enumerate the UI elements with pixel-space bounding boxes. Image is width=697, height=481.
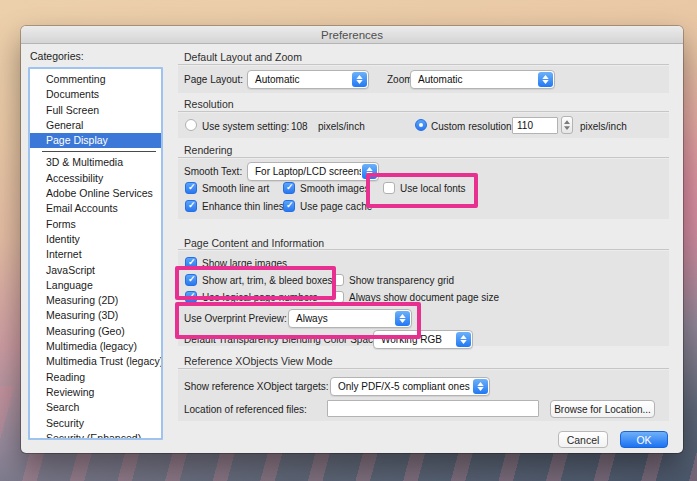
custom-resolution-input[interactable] (512, 117, 558, 134)
overprint-preview-value: Always (289, 313, 394, 324)
overprint-preview-label: Use Overprint Preview: (184, 313, 287, 324)
xobject-targets-label: Show reference XObject targets: (184, 381, 329, 392)
sidebar-item-reviewing[interactable]: Reviewing (30, 385, 161, 400)
system-resolution-value: 108 (291, 121, 308, 132)
sidebar-item-page-display[interactable]: Page Display (30, 133, 161, 148)
sidebar-item-identity[interactable]: Identity (30, 232, 161, 247)
overprint-preview-dropdown[interactable]: Always (288, 309, 412, 328)
sidebar-item-full-screen[interactable]: Full Screen (30, 103, 161, 118)
chevron-up-down-icon (362, 164, 377, 179)
use-page-cache-label: Use page cache (300, 201, 372, 212)
show-art-trim-checkbox[interactable] (185, 274, 197, 286)
always-show-page-size-checkbox-row[interactable]: Always show document page size (332, 290, 499, 304)
enhance-thin-lines-checkbox-row[interactable]: Enhance thin lines (185, 199, 284, 213)
sidebar-item-security-enhanced[interactable]: Security (Enhanced) (30, 431, 161, 440)
categories-label: Categories: (30, 50, 84, 62)
show-transparency-grid-checkbox[interactable] (332, 274, 344, 286)
show-large-images-label: Show large images (202, 258, 287, 269)
blending-color-space-label: Default Transparency Blending Color Spac… (184, 334, 381, 345)
smooth-text-label: Smooth Text: (184, 166, 242, 177)
section-divider (178, 111, 669, 112)
chevron-up-down-icon (395, 311, 410, 326)
sidebar-item-javascript[interactable]: JavaScript (30, 263, 161, 278)
use-system-setting-radio[interactable] (185, 119, 197, 131)
use-page-cache-checkbox-row[interactable]: Use page cache (283, 199, 372, 213)
sidebar-item-general[interactable]: General (30, 118, 161, 133)
smooth-images-checkbox[interactable] (283, 182, 295, 194)
stepper-icon[interactable] (561, 116, 573, 134)
blending-color-space-value: Working RGB (374, 334, 455, 345)
sidebar-item-accessibility[interactable]: Accessibility (30, 171, 161, 186)
list-divider (42, 151, 156, 152)
browse-for-location-button[interactable]: Browse for Location... (550, 400, 655, 418)
system-resolution-unit: pixels/inch (318, 121, 365, 132)
xobject-targets-value: Only PDF/X-5 compliant ones (331, 381, 472, 392)
show-transparency-grid-label: Show transparency grid (349, 275, 454, 286)
smooth-text-dropdown[interactable]: For Laptop/LCD screens (247, 162, 379, 181)
section-title-reference: Reference XObjects View Mode (184, 355, 333, 367)
cancel-button[interactable]: Cancel (558, 431, 608, 448)
sidebar-item-measuring-geo[interactable]: Measuring (Geo) (30, 324, 161, 339)
xobject-targets-dropdown[interactable]: Only PDF/X-5 compliant ones (330, 377, 490, 396)
page-layout-dropdown[interactable]: Automatic (247, 70, 369, 89)
sidebar-item-measuring-3d[interactable]: Measuring (3D) (30, 308, 161, 323)
location-of-files-input[interactable] (327, 400, 539, 417)
enhance-thin-lines-checkbox[interactable] (185, 200, 197, 212)
use-logical-page-numbers-checkbox-row[interactable]: Use logical page numbers (185, 290, 318, 304)
sidebar-item-search[interactable]: Search (30, 400, 161, 415)
sidebar-item-multimedia-legacy[interactable]: Multimedia (legacy) (30, 339, 161, 354)
page-layout-value: Automatic (248, 74, 351, 85)
sidebar-item-security[interactable]: Security (30, 416, 161, 431)
show-transparency-grid-checkbox-row[interactable]: Show transparency grid (332, 273, 454, 287)
use-page-cache-checkbox[interactable] (283, 200, 295, 212)
section-divider (178, 368, 669, 369)
title-bar[interactable]: Preferences (21, 26, 683, 44)
section-title-rendering: Rendering (184, 144, 232, 156)
sidebar-item-documents[interactable]: Documents (30, 87, 161, 102)
use-logical-page-numbers-checkbox[interactable] (185, 291, 197, 303)
sidebar-item-forms[interactable]: Forms (30, 217, 161, 232)
custom-resolution-unit: pixels/inch (580, 121, 627, 132)
preferences-dialog: Preferences Categories: CommentingDocume… (21, 26, 683, 453)
sidebar-item-multimedia-trust-legacy[interactable]: Multimedia Trust (legacy) (30, 354, 161, 369)
show-large-images-checkbox[interactable] (185, 257, 197, 269)
enhance-thin-lines-label: Enhance thin lines (202, 201, 284, 212)
page-layout-label: Page Layout: (184, 74, 243, 85)
sidebar-item-email-accounts[interactable]: Email Accounts (30, 201, 161, 216)
section-title-layout-zoom: Default Layout and Zoom (184, 51, 302, 63)
sidebar-item-commenting[interactable]: Commenting (30, 72, 161, 87)
section-title-resolution: Resolution (184, 98, 234, 110)
chevron-up-down-icon (352, 72, 367, 87)
use-system-setting-label: Use system setting: (202, 121, 289, 132)
sidebar-item-measuring-2d[interactable]: Measuring (2D) (30, 293, 161, 308)
sidebar-item-language[interactable]: Language (30, 278, 161, 293)
chevron-up-down-icon (473, 379, 488, 394)
section-title-page-content: Page Content and Information (184, 237, 324, 249)
chevron-up-down-icon (456, 332, 471, 347)
show-art-trim-checkbox-row[interactable]: Show art, trim, & bleed boxes (185, 273, 333, 287)
section-divider (178, 249, 669, 250)
use-local-fonts-checkbox[interactable] (383, 182, 395, 194)
zoom-dropdown[interactable]: Automatic (410, 70, 555, 89)
smooth-line-art-checkbox[interactable] (185, 182, 197, 194)
sidebar-item-adobe-online-services[interactable]: Adobe Online Services (30, 186, 161, 201)
categories-list[interactable]: CommentingDocumentsFull ScreenGeneralPag… (28, 67, 163, 440)
custom-resolution-label: Custom resolution: (431, 121, 514, 132)
use-local-fonts-checkbox-row[interactable]: Use local fonts (383, 181, 466, 195)
smooth-line-art-label: Smooth line art (202, 183, 269, 194)
smooth-line-art-checkbox-row[interactable]: Smooth line art (185, 181, 269, 195)
custom-resolution-radio[interactable] (415, 119, 427, 131)
blending-color-space-dropdown[interactable]: Working RGB (373, 330, 473, 349)
show-art-trim-label: Show art, trim, & bleed boxes (202, 275, 333, 286)
sidebar-item-3d-multimedia[interactable]: 3D & Multimedia (30, 155, 161, 170)
sidebar-item-internet[interactable]: Internet (30, 247, 161, 262)
ok-button[interactable]: OK (620, 431, 668, 448)
sidebar-item-reading[interactable]: Reading (30, 370, 161, 385)
smooth-images-checkbox-row[interactable]: Smooth images (283, 181, 369, 195)
smooth-text-value: For Laptop/LCD screens (248, 166, 361, 177)
location-of-files-label: Location of referenced files: (184, 404, 307, 415)
window-title: Preferences (321, 29, 383, 41)
show-large-images-checkbox-row[interactable]: Show large images (185, 256, 287, 270)
use-local-fonts-label: Use local fonts (400, 183, 466, 194)
always-show-page-size-checkbox[interactable] (332, 291, 344, 303)
